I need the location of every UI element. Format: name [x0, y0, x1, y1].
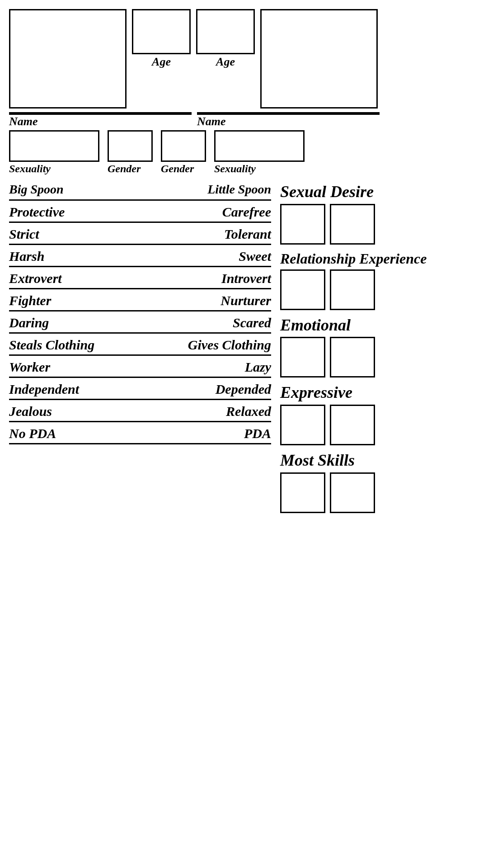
trait-left-3: Extrovert — [9, 271, 62, 286]
most-skills-box-left[interactable] — [280, 472, 325, 513]
trait-left-0: Protective — [9, 204, 65, 220]
traits-section: Big Spoon Little Spoon Protective Carefr… — [9, 179, 271, 516]
little-spoon-label: Little Spoon — [207, 182, 271, 197]
portrait-box-left — [9, 9, 127, 108]
emotional-boxes — [280, 337, 375, 377]
portraits-ages-row: Age Age — [9, 9, 380, 108]
trait-right-0: Carefree — [222, 204, 271, 220]
age-label-left: Age — [152, 55, 171, 69]
sexuality-label-right: Sexuality — [214, 163, 305, 175]
most-skills-title: Most Skills — [280, 452, 355, 470]
trait-right-2: Sweet — [239, 249, 271, 264]
gender-left-wrapper: Gender — [108, 130, 153, 175]
sexuality-right-wrapper: Sexuality — [214, 130, 305, 175]
sexual-desire-boxes — [280, 204, 375, 245]
gender-box-right[interactable] — [161, 130, 206, 162]
age-box-right — [196, 9, 255, 54]
portrait-box-right — [260, 9, 378, 108]
trait-left-6: Steals Clothing — [9, 337, 94, 353]
trait-left-5: Daring — [9, 315, 49, 330]
emotional-box-left[interactable] — [280, 337, 325, 377]
sexuality-box-right[interactable] — [214, 130, 305, 162]
trait-left-2: Harsh — [9, 249, 44, 264]
gender-label-left: Gender — [108, 163, 153, 175]
age-left-wrapper: Age — [132, 9, 191, 69]
trait-row-2: Harsh Sweet — [9, 245, 271, 267]
trait-row-8: Independent Depended — [9, 378, 271, 400]
expressive-boxes — [280, 405, 375, 445]
trait-left-1: Strict — [9, 226, 39, 242]
trait-left-10: No PDA — [9, 426, 56, 441]
trait-right-3: Introvert — [221, 271, 271, 286]
trait-row-7: Worker Lazy — [9, 356, 271, 378]
sexuality-box-left[interactable] — [9, 130, 99, 162]
emotional-title: Emotional — [280, 316, 351, 335]
right-panel: Sexual Desire Relationship Experience Em… — [276, 179, 479, 516]
gender-label-right: Gender — [161, 163, 206, 175]
left-header: Age Age Name Name — [9, 9, 380, 177]
trait-left-9: Jealous — [9, 404, 52, 419]
trait-right-1: Tolerant — [224, 226, 271, 242]
trait-right-4: Nurturer — [221, 293, 271, 308]
page: Age Age Name Name — [0, 0, 488, 868]
trait-right-7: Lazy — [245, 359, 271, 375]
name-row: Name Name — [9, 112, 380, 129]
age-right-wrapper: Age — [196, 9, 255, 69]
trait-left-4: Fighter — [9, 293, 51, 308]
trait-row-6: Steals Clothing Gives Clothing — [9, 334, 271, 356]
trait-row-0: Protective Carefree — [9, 201, 271, 223]
most-skills-box-right[interactable] — [330, 472, 375, 513]
age-box-left — [132, 9, 191, 54]
name-left-wrapper: Name — [9, 112, 192, 129]
gender-right-wrapper: Gender — [161, 130, 206, 175]
expressive-box-left[interactable] — [280, 405, 325, 445]
main-content: Big Spoon Little Spoon Protective Carefr… — [9, 179, 479, 516]
trait-row-1: Strict Tolerant — [9, 223, 271, 245]
age-label-right: Age — [216, 55, 235, 69]
trait-right-5: Scared — [233, 315, 271, 330]
sexuality-gender-row: Sexuality Gender Gender Sexuality — [9, 130, 380, 175]
trait-right-9: Relaxed — [226, 404, 271, 419]
sexual-desire-box-left[interactable] — [280, 204, 325, 245]
expressive-box-right[interactable] — [330, 405, 375, 445]
most-skills-boxes — [280, 472, 375, 513]
trait-row-5: Daring Scared — [9, 311, 271, 334]
big-spoon-label: Big Spoon — [9, 182, 64, 197]
trait-left-8: Independent — [9, 382, 79, 397]
relationship-experience-box-left[interactable] — [280, 269, 325, 310]
relationship-experience-box-right[interactable] — [330, 269, 375, 310]
top-section: Age Age Name Name — [9, 9, 479, 177]
relationship-experience-boxes — [280, 269, 375, 310]
name-label-left: Name — [9, 115, 192, 128]
trait-row-9: Jealous Relaxed — [9, 400, 271, 422]
trait-left-7: Worker — [9, 359, 50, 375]
emotional-box-right[interactable] — [330, 337, 375, 377]
sexuality-left-wrapper: Sexuality — [9, 130, 99, 175]
trait-row-3: Extrovert Introvert — [9, 267, 271, 289]
gender-box-left[interactable] — [108, 130, 153, 162]
name-right-wrapper: Name — [197, 112, 380, 129]
trait-row-10: No PDA PDA — [9, 422, 271, 444]
sexuality-label-left: Sexuality — [9, 163, 99, 175]
sexual-desire-title: Sexual Desire — [280, 183, 374, 201]
sexual-desire-box-right[interactable] — [330, 204, 375, 245]
trait-right-6: Gives Clothing — [188, 337, 271, 353]
relationship-experience-title: Relationship Experience — [280, 251, 427, 267]
name-label-right: Name — [197, 115, 380, 128]
expressive-title: Expressive — [280, 384, 352, 402]
trait-right-8: Depended — [216, 382, 271, 397]
trait-row-4: Fighter Nurturer — [9, 289, 271, 311]
spoon-row: Big Spoon Little Spoon — [9, 179, 271, 201]
trait-right-10: PDA — [244, 426, 271, 441]
